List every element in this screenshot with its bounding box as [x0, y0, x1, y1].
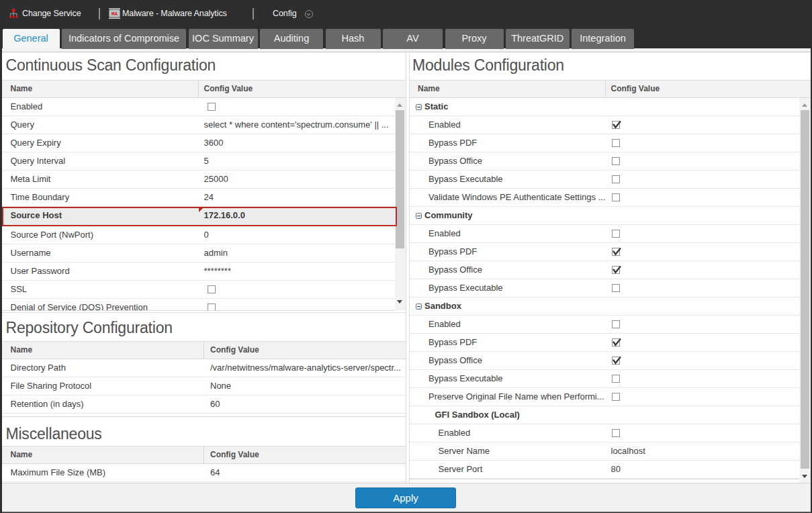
svg-text:MA: MA — [111, 11, 118, 17]
